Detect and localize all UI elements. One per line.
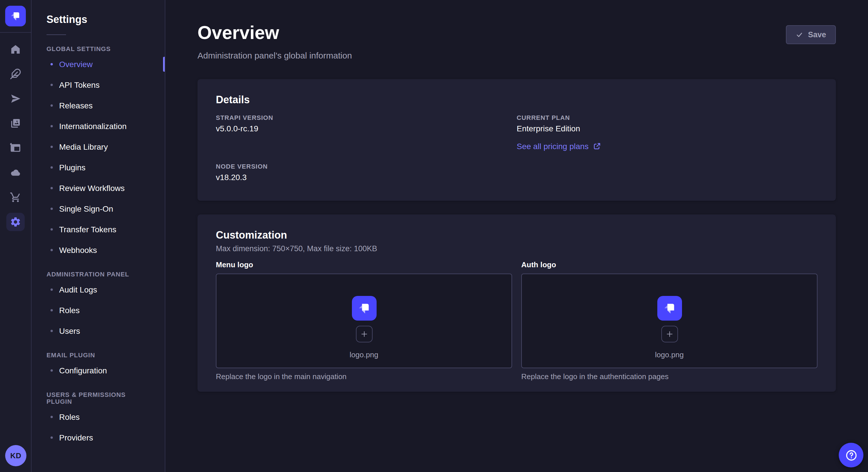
- help-button[interactable]: [839, 443, 863, 467]
- auth-logo-hint: Replace the logo in the authentication p…: [521, 372, 817, 381]
- icon-rail: KD: [0, 0, 32, 472]
- strapi-admin-app: KD Settings GLOBAL SETTINGS Overview API…: [0, 0, 868, 472]
- sidebar-item-label: Roles: [59, 306, 80, 315]
- sidebar-item-label: Webhooks: [59, 245, 97, 255]
- node-version-label: NODE VERSION: [216, 163, 517, 170]
- sidebar-item-label: Plugins: [59, 163, 86, 172]
- rail-nav: [6, 40, 25, 231]
- cloud-icon[interactable]: [6, 164, 25, 182]
- sidebar-item-webhooks[interactable]: Webhooks: [32, 240, 165, 260]
- sidebar-item-review-workflows[interactable]: Review Workflows: [32, 178, 165, 198]
- strapi-version-field: STRAPI VERSION v5.0.0-rc.19: [216, 114, 517, 151]
- menu-logo-label: Menu logo: [216, 260, 512, 269]
- sidebar-item-api-tokens[interactable]: API Tokens: [32, 74, 165, 95]
- sidebar-item-admin-roles[interactable]: Roles: [32, 300, 165, 321]
- logo-uploads-grid: Menu logo logo.png Replace the logo in t…: [216, 260, 817, 381]
- section-header-users-permissions-plugin: USERS & PERMISSIONS PLUGIN: [46, 391, 150, 405]
- pricing-plans-link[interactable]: See all pricing plans: [517, 142, 601, 151]
- sidebar-item-label: Review Workflows: [59, 183, 125, 193]
- save-button-label: Save: [808, 30, 826, 39]
- sidebar-item-media-library[interactable]: Media Library: [32, 136, 165, 157]
- bullet-icon: [51, 436, 53, 439]
- sidebar-item-releases[interactable]: Releases: [32, 95, 165, 116]
- sidebar-item-overview[interactable]: Overview: [32, 54, 165, 74]
- customization-card-title: Customization: [216, 229, 817, 241]
- nav-list-email-plugin: Configuration: [32, 360, 165, 381]
- main-content: Overview Administration panel’s global i…: [166, 0, 868, 472]
- question-mark-icon: [844, 448, 858, 462]
- page-header-text: Overview Administration panel’s global i…: [197, 23, 352, 60]
- plus-icon: [665, 330, 674, 338]
- nav-list-global-settings: Overview API Tokens Releases Internation…: [32, 54, 165, 260]
- auth-logo-upload-box[interactable]: logo.png: [521, 274, 817, 368]
- images-icon[interactable]: [6, 114, 25, 133]
- check-icon: [796, 31, 803, 38]
- sidebar-item-single-sign-on[interactable]: Single Sign-On: [32, 198, 165, 219]
- rail-logo-section: [0, 0, 31, 33]
- sidebar-item-label: Users: [59, 326, 80, 336]
- details-grid-spacer: [517, 163, 817, 182]
- menu-logo-hint: Replace the logo in the main navigation: [216, 372, 512, 381]
- bullet-icon: [51, 289, 53, 291]
- menu-logo-upload-box[interactable]: logo.png: [216, 274, 512, 368]
- bullet-icon: [51, 104, 53, 107]
- save-button[interactable]: Save: [786, 25, 836, 44]
- bullet-icon: [51, 309, 53, 311]
- plus-icon: [360, 330, 368, 338]
- sidebar-item-providers[interactable]: Providers: [32, 427, 165, 448]
- sidebar-item-label: API Tokens: [59, 80, 100, 90]
- sidebar-item-plugins[interactable]: Plugins: [32, 157, 165, 178]
- menu-logo-filename: logo.png: [350, 350, 378, 359]
- page-title: Overview: [197, 23, 352, 43]
- feather-icon[interactable]: [6, 65, 25, 83]
- sidebar-item-label: Internationalization: [59, 122, 127, 131]
- strapi-logo-icon: [8, 9, 23, 24]
- sidebar-item-up-roles[interactable]: Roles: [32, 407, 165, 427]
- layout-icon[interactable]: [6, 139, 25, 157]
- nav-list-administration-panel: Audit Logs Roles Users: [32, 279, 165, 341]
- avatar[interactable]: KD: [5, 445, 26, 466]
- menu-logo-preview: [352, 296, 376, 320]
- menu-logo-add-button[interactable]: [355, 326, 372, 342]
- sidebar-item-users[interactable]: Users: [32, 321, 165, 341]
- auth-logo-label: Auth logo: [521, 260, 817, 269]
- sidebar-item-configuration[interactable]: Configuration: [32, 360, 165, 381]
- bullet-icon: [51, 416, 53, 418]
- sidebar-item-label: Releases: [59, 101, 93, 110]
- settings-sidebar: Settings GLOBAL SETTINGS Overview API To…: [32, 0, 165, 472]
- sidebar-item-label: Roles: [59, 412, 80, 422]
- bullet-icon: [51, 125, 53, 127]
- strapi-version-value: v5.0.0-rc.19: [216, 124, 517, 133]
- sidebar-item-internationalization[interactable]: Internationalization: [32, 116, 165, 136]
- details-card-title: Details: [216, 94, 817, 106]
- customization-card-subtitle: Max dimension: 750×750, Max file size: 1…: [216, 244, 817, 253]
- sidebar-item-label: Media Library: [59, 142, 108, 151]
- sidebar-item-label: Transfer Tokens: [59, 225, 116, 234]
- details-card: Details STRAPI VERSION v5.0.0-rc.19 CURR…: [197, 79, 836, 201]
- bullet-icon: [51, 369, 53, 372]
- section-header-global-settings: GLOBAL SETTINGS: [46, 45, 150, 52]
- customization-card: Customization Max dimension: 750×750, Ma…: [197, 214, 836, 392]
- paper-plane-icon[interactable]: [6, 90, 25, 108]
- sidebar-item-label: Single Sign-On: [59, 204, 113, 213]
- pricing-plans-link-label: See all pricing plans: [517, 142, 589, 151]
- node-version-value: v18.20.3: [216, 173, 517, 182]
- sidebar-item-transfer-tokens[interactable]: Transfer Tokens: [32, 219, 165, 240]
- sidebar-item-label: Audit Logs: [59, 285, 97, 294]
- auth-logo-add-button[interactable]: [661, 326, 678, 342]
- bullet-icon: [51, 63, 53, 65]
- sidebar-item-label: Configuration: [59, 366, 107, 375]
- bullet-icon: [51, 208, 53, 210]
- strapi-logo-icon: [660, 299, 678, 317]
- sidebar-item-audit-logs[interactable]: Audit Logs: [32, 279, 165, 300]
- active-indicator: [163, 57, 165, 72]
- section-header-administration-panel: ADMINISTRATION PANEL: [46, 271, 150, 278]
- strapi-logo[interactable]: [5, 6, 26, 26]
- sidebar-title: Settings: [46, 14, 165, 26]
- current-plan-field: CURRENT PLAN Enterprise Edition See all …: [517, 114, 817, 151]
- gear-icon[interactable]: [6, 213, 25, 231]
- cart-icon[interactable]: [6, 188, 25, 206]
- auth-logo-filename: logo.png: [655, 350, 684, 359]
- current-plan-value: Enterprise Edition: [517, 124, 817, 133]
- home-icon[interactable]: [6, 40, 25, 59]
